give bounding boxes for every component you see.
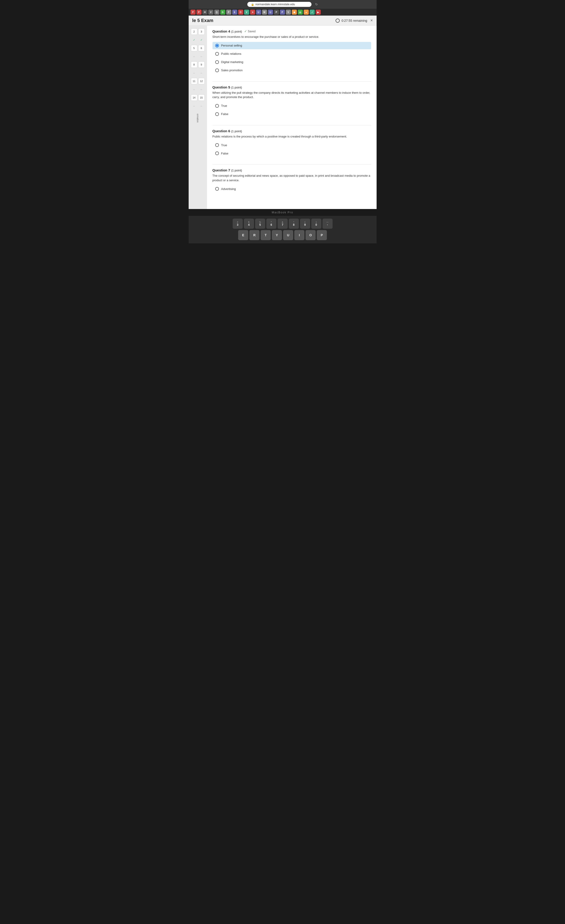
sidebar-num-2[interactable]: 2 [191, 28, 197, 35]
sidebar-num-9[interactable]: 9 [198, 62, 205, 68]
radio-public-relations[interactable] [215, 52, 219, 56]
toolbar-q-btn[interactable]: Q [214, 10, 219, 15]
key-i[interactable]: I [294, 230, 304, 240]
key-3-top: # [237, 221, 238, 223]
toolbar-circle-btn[interactable]: ◎ [298, 10, 303, 15]
option-q6-true[interactable]: True [212, 141, 371, 149]
toolbar-g-btn[interactable]: G [220, 10, 225, 15]
toolbar-u2-btn[interactable]: U [268, 10, 273, 15]
key-o[interactable]: O [305, 230, 316, 240]
toolbar-x-btn[interactable]: ✕ [250, 10, 255, 15]
sidebar-row-4: 11 12 [189, 78, 206, 84]
question-6-label: Question 6 (1 point) [212, 129, 242, 133]
radio-q6-false[interactable] [215, 152, 219, 155]
question-4-options: Personal selling Public relations Digita… [212, 42, 371, 74]
option-sales-promotion[interactable]: Sales promotion [212, 67, 371, 74]
key-5-bottom: 5 [259, 223, 261, 226]
key-9[interactable]: ( 9 [300, 219, 310, 229]
radio-q6-true[interactable] [215, 143, 219, 147]
sidebar-num-5[interactable]: 5 [191, 45, 197, 51]
refresh-icon[interactable]: ↻ [315, 3, 318, 6]
toolbar-dot-btn[interactable]: ● [304, 10, 309, 15]
sidebar-num-11[interactable]: 11 [191, 78, 197, 84]
address-bar[interactable]: 🔒 normandale.learn.minnstate.edu [247, 2, 311, 7]
key-7[interactable]: & 7 [278, 219, 288, 229]
key-8[interactable]: * 8 [289, 219, 299, 229]
key-r[interactable]: R [249, 230, 260, 240]
key-minus-bottom: - [327, 223, 328, 226]
toolbar-p-btn[interactable]: P [191, 10, 195, 15]
toolbar-check-btn[interactable]: ✓ [310, 10, 315, 15]
radio-q7-advertising[interactable] [215, 187, 219, 190]
toolbar-p2-btn[interactable]: P [197, 10, 201, 15]
key-0-bottom: 0 [316, 223, 317, 226]
option-q6-false[interactable]: False [212, 150, 371, 157]
sidebar-status-row-4: -- -- [189, 86, 206, 93]
checkmark-icon: ✓ [244, 30, 247, 33]
question-7-block: Question 7 (1 point) The concept of secu… [212, 168, 371, 192]
radio-sales-promotion[interactable] [215, 69, 219, 72]
option-q5-true-label: True [221, 104, 227, 108]
key-0[interactable]: ) 0 [311, 219, 322, 229]
sidebar-row-5: 14 15 [189, 94, 206, 101]
toolbar-h-btn[interactable]: H [202, 10, 207, 15]
key-minus[interactable]: — - [323, 219, 332, 229]
sidebar-dash-3: -- [191, 70, 197, 76]
key-3[interactable]: # 3 [233, 219, 243, 229]
option-personal-selling[interactable]: Personal selling [212, 42, 371, 49]
key-t[interactable]: T [261, 230, 271, 240]
keyboard-area: # 3 $ 4 % 5 ^ 6 & 7 * 8 [189, 216, 377, 243]
sidebar-num-6[interactable]: 6 [198, 45, 205, 51]
radio-personal-selling[interactable] [215, 44, 219, 48]
toolbar-o-btn[interactable]: O [238, 10, 243, 15]
key-y[interactable]: Y [272, 230, 282, 240]
sidebar-num-15[interactable]: 15 [198, 94, 205, 101]
option-q6-false-label: False [221, 152, 228, 155]
sidebar-row-3: 8 9 [189, 62, 206, 68]
option-public-relations-label: Public relations [221, 52, 241, 56]
close-button[interactable]: × [370, 18, 373, 23]
key-3-bottom: 3 [237, 223, 238, 226]
option-q5-true[interactable]: True [212, 102, 371, 110]
sidebar-row-2: 5 6 [189, 45, 206, 51]
sidebar-row: 2 3 [189, 28, 206, 35]
key-minus-top: — [326, 221, 328, 223]
toolbar-grid-btn[interactable]: ▦ [292, 10, 297, 15]
toolbar-m-btn[interactable]: M [262, 10, 267, 15]
exam-timer: 0:27:55 remaining × [335, 18, 373, 23]
toolbar-p5-btn[interactable]: P [280, 10, 285, 15]
key-e[interactable]: E [238, 230, 248, 240]
sidebar-numbers: 2 3 ✓ ✓ 5 6 -- -- 8 9 [189, 28, 206, 109]
macbook-text: MacBook Pro [272, 211, 293, 214]
sidebar-num-3[interactable]: 3 [198, 28, 205, 35]
keyboard-letter-row: E R T Y U I O P [191, 230, 375, 240]
toolbar-v-btn[interactable]: V [208, 10, 213, 15]
key-u[interactable]: U [283, 230, 293, 240]
sidebar-num-8[interactable]: 8 [191, 62, 197, 68]
toolbar-yt-btn[interactable]: ▶ [316, 10, 321, 15]
lock-icon: 🔒 [251, 3, 254, 6]
toolbar-p4-btn[interactable]: P [274, 10, 279, 15]
option-public-relations[interactable]: Public relations [212, 50, 371, 57]
question-4-block: Question 4 (1 point) ✓ Saved Short-term … [212, 29, 371, 74]
divider-6-7 [212, 164, 371, 165]
radio-q5-false[interactable] [215, 112, 219, 116]
toolbar-p3-btn[interactable]: P [226, 10, 231, 15]
key-6[interactable]: ^ 6 [266, 219, 276, 229]
option-q5-false[interactable]: False [212, 111, 371, 118]
option-q7-advertising[interactable]: Advertising [212, 185, 371, 192]
sidebar-num-12[interactable]: 12 [198, 78, 205, 84]
key-p[interactable]: P [317, 230, 327, 240]
option-digital-marketing[interactable]: Digital marketing [212, 58, 371, 66]
key-5[interactable]: % 5 [255, 219, 265, 229]
toolbar-u-btn[interactable]: U [256, 10, 261, 15]
sidebar-num-14[interactable]: 14 [191, 94, 197, 101]
toolbar-e-btn[interactable]: E [232, 10, 237, 15]
sidebar-ormation-label: ormation [197, 114, 199, 123]
key-4[interactable]: $ 4 [244, 219, 254, 229]
toolbar-v2-btn[interactable]: V [244, 10, 249, 15]
radio-digital-marketing[interactable] [215, 60, 219, 64]
radio-q5-true[interactable] [215, 104, 219, 108]
toolbar-v3-btn[interactable]: V [286, 10, 291, 15]
sidebar-status-row-3: -- -- [189, 70, 206, 76]
